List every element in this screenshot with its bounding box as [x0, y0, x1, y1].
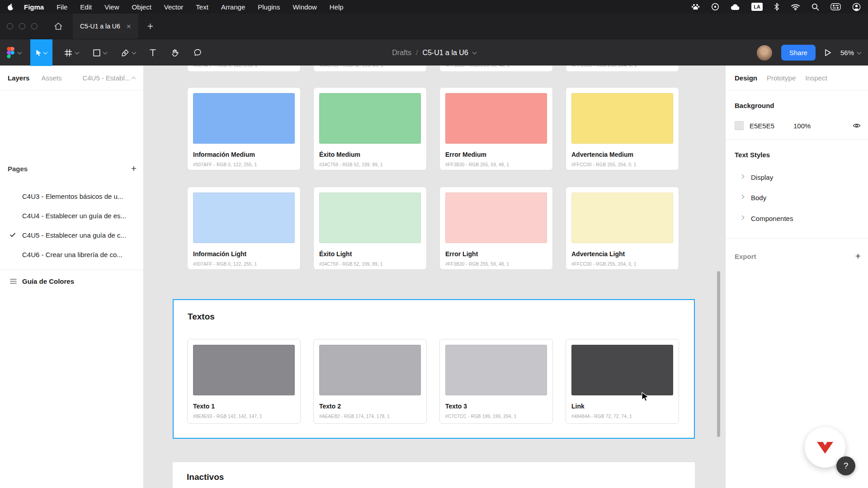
color-hex: #007AFF - RGB 0, 122, 255, 1 — [193, 66, 257, 68]
background-color-swatch[interactable] — [735, 121, 744, 130]
color-card[interactable]: Texto 2 #AEAEB2 - RGB 174, 174, 178, 1 — [313, 339, 427, 424]
document-tab[interactable]: C5-U1 a la U6 × — [73, 14, 138, 39]
tab-close-icon[interactable]: × — [127, 23, 131, 30]
shape-tool-button[interactable] — [93, 39, 107, 66]
color-card[interactable]: #007AFF - RGB 0, 122, 255, 1 — [187, 66, 301, 72]
menu-item-help[interactable]: Help — [330, 3, 344, 11]
background-hex-value[interactable]: E5E5E5 — [750, 122, 774, 130]
move-tool-button[interactable] — [30, 39, 52, 66]
share-button[interactable]: Share — [781, 45, 816, 61]
text-tool-button[interactable] — [149, 39, 156, 66]
tab-prototype[interactable]: Prototype — [767, 74, 796, 82]
layer-item-guia-de-colores[interactable]: Guía de Colores — [0, 272, 144, 291]
menu-item-object[interactable]: Object — [132, 3, 151, 11]
color-card[interactable]: Advertencia Light #FFCC00 - RGB 255, 204… — [566, 187, 679, 270]
chevron-right-icon[interactable] — [740, 174, 745, 179]
menu-app-name[interactable]: Figma — [24, 3, 44, 11]
tab-design[interactable]: Design — [735, 74, 757, 82]
color-card[interactable]: Link #48484A - RGB 72, 72, 74, 1 — [566, 339, 679, 424]
search-icon[interactable] — [811, 3, 819, 11]
home-icon[interactable] — [54, 22, 63, 30]
visibility-eye-icon[interactable] — [853, 122, 861, 129]
color-card[interactable]: Advertencia Medium #FFCC00 - RGB 255, 20… — [566, 87, 679, 170]
window-zoom-button[interactable] — [31, 23, 38, 29]
background-color-row[interactable]: E5E5E5 100% — [726, 118, 868, 133]
chevron-down-icon[interactable] — [472, 50, 476, 54]
selected-frame-textos[interactable]: Textos Texto 1 #8E8E93 - RGB 142, 142, 1… — [173, 299, 695, 439]
control-center-icon[interactable] — [830, 3, 841, 10]
zoom-menu[interactable]: 56% — [840, 49, 861, 56]
add-page-button[interactable]: + — [131, 163, 137, 174]
page-item-selected[interactable]: C4U5 - Establecer una guía de c... — [0, 225, 144, 244]
hand-tool-button[interactable] — [171, 39, 179, 66]
frame-tool-button[interactable] — [64, 39, 79, 66]
tab-inspect[interactable]: Inspect — [805, 74, 827, 82]
add-export-button[interactable]: + — [855, 251, 861, 262]
color-card[interactable]: Texto 1 #8E8E93 - RGB 142, 142, 147, 1 — [187, 339, 301, 424]
color-card[interactable]: Error Light #FF3B30 - RGB 255, 59, 48, 1 — [439, 187, 553, 270]
chevron-down-icon — [75, 50, 80, 54]
macos-menu-bar: Figma File Edit View Object Vector Text … — [0, 0, 868, 14]
frame-inactivos[interactable]: Inactivos — [173, 462, 695, 488]
background-section-label: Background — [735, 102, 774, 109]
help-button[interactable]: ? — [836, 456, 855, 475]
menu-item-text[interactable]: Text — [196, 3, 208, 11]
hand-icon — [171, 49, 179, 57]
paw-icon[interactable] — [691, 3, 700, 11]
color-card[interactable]: Éxito Medium #34C759 - RGB 52, 199, 89, … — [313, 87, 427, 170]
canvas-vertical-scrollbar[interactable] — [717, 271, 720, 437]
color-name: Éxito Medium — [319, 151, 421, 158]
breadcrumb-filename[interactable]: C5-U1 a la U6 — [422, 49, 468, 57]
breadcrumb-folder[interactable]: Drafts — [392, 49, 411, 57]
window-close-button[interactable] — [7, 23, 13, 29]
menu-item-view[interactable]: View — [104, 3, 119, 11]
tab-current-page[interactable]: C4U5 - Establ... — [82, 74, 130, 82]
background-opacity-value[interactable]: 100% — [793, 122, 811, 130]
breadcrumb[interactable]: Drafts / C5-U1 a la U6 — [392, 39, 476, 66]
bluetooth-icon[interactable] — [774, 3, 779, 11]
wifi-icon[interactable] — [791, 3, 800, 10]
color-hex: #007AFF - RGB 0, 122, 255, 1 — [193, 262, 295, 267]
design-canvas[interactable]: #007AFF - RGB 0, 122, 255, 1 #34C759 - R… — [144, 66, 725, 488]
color-card[interactable]: Información Light #007AFF - RGB 0, 122, … — [187, 187, 301, 270]
menu-item-arrange[interactable]: Arrange — [221, 3, 245, 11]
window-minimize-button[interactable] — [19, 23, 25, 29]
user-avatar[interactable] — [757, 45, 772, 61]
page-item[interactable]: C4U3 - Elementos básicos de u... — [0, 187, 144, 206]
color-name: Error Medium — [445, 151, 547, 158]
menu-item-window[interactable]: Window — [292, 3, 316, 11]
color-card[interactable]: Texto 3 #C7C7CC - RGB 199, 199, 204, 1 — [439, 339, 553, 424]
page-item[interactable]: C4U6 - Crear una librería de co... — [0, 245, 144, 264]
color-hex: #007AFF - RGB 0, 122, 255, 1 — [193, 162, 295, 167]
comment-tool-button[interactable] — [193, 39, 202, 66]
chevron-right-icon[interactable] — [740, 216, 745, 220]
tab-assets[interactable]: Assets — [41, 74, 61, 82]
tab-layers[interactable]: Layers — [8, 74, 29, 82]
cloud-icon[interactable] — [731, 4, 740, 10]
page-item[interactable]: C4U4 - Establecer un guía de es... — [0, 206, 144, 225]
main-menu-button[interactable] — [7, 39, 21, 66]
text-style-componentes[interactable]: Componentes — [726, 209, 868, 227]
user-icon[interactable] — [852, 3, 861, 11]
text-style-body[interactable]: Body — [726, 188, 868, 206]
text-style-display[interactable]: Display — [726, 168, 868, 186]
pen-tool-button[interactable] — [121, 39, 136, 66]
color-card[interactable]: Información Medium #007AFF - RGB 0, 122,… — [187, 87, 301, 170]
color-card[interactable]: Éxito Light #34C759 - RGB 52, 199, 89, 1 — [313, 187, 427, 270]
left-sidebar: Layers Assets C4U5 - Establ... Pages + C… — [0, 66, 144, 488]
present-button[interactable] — [825, 49, 831, 56]
color-card[interactable]: #34C759 - RGB 52, 199, 89, 1 — [313, 66, 427, 72]
chevron-right-icon[interactable] — [740, 195, 745, 199]
apple-menu-icon[interactable] — [7, 3, 14, 11]
menu-item-vector[interactable]: Vector — [164, 3, 184, 11]
menu-item-file[interactable]: File — [57, 3, 67, 11]
chevron-up-icon[interactable] — [132, 76, 136, 81]
input-source-badge[interactable]: LA — [751, 3, 763, 11]
menu-item-edit[interactable]: Edit — [80, 3, 92, 11]
new-tab-button[interactable]: + — [147, 20, 153, 33]
color-card[interactable]: #FFCC00 - RGB 255, 204, 0, 1 — [566, 66, 679, 72]
menu-item-plugins[interactable]: Plugins — [258, 3, 280, 11]
color-card[interactable]: #FF3B30 - RGB 255, 59, 48, 1 — [439, 66, 553, 72]
disc-icon[interactable] — [711, 3, 719, 11]
color-card[interactable]: Error Medium #FF3B30 - RGB 255, 59, 48, … — [439, 87, 553, 170]
